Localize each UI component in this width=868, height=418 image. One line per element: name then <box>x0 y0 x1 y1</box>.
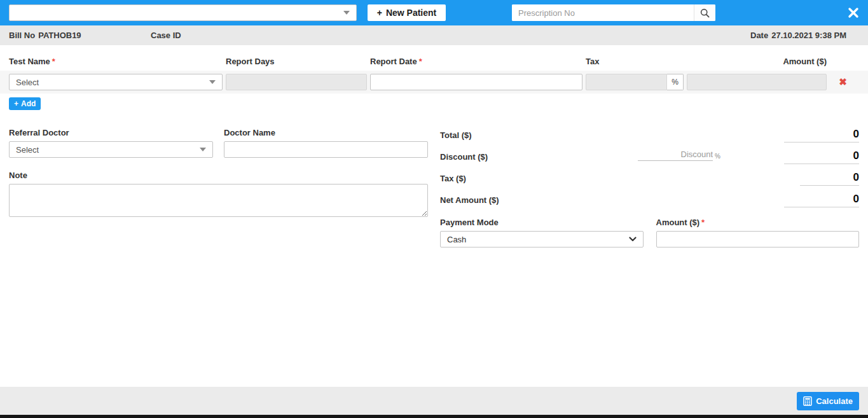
payment-mode-value: Cash <box>447 235 466 244</box>
referral-doctor-label: Referral Doctor <box>9 128 213 137</box>
report-days-input <box>226 74 367 90</box>
patient-select[interactable] <box>9 4 357 21</box>
bill-no-value: PATHOB19 <box>38 31 81 40</box>
case-id: Case ID <box>151 31 184 40</box>
bill-date: Date 27.10.2021 9:38 PM <box>750 31 846 40</box>
discount-value: 0 <box>784 150 859 164</box>
payment-amount-input[interactable] <box>656 231 860 247</box>
net-amount-value: 0 <box>784 193 859 207</box>
payment-amount-label: Amount ($)* <box>656 218 860 227</box>
net-amount-label: Net Amount ($) <box>440 193 499 205</box>
chevron-down-icon <box>629 237 637 242</box>
totals-panel: Total ($) 0 Discount ($) % 0 Tax ($) 0 N… <box>440 128 859 247</box>
doctor-name-label: Doctor Name <box>224 128 428 137</box>
test-labels-row: Test Name* Report Days Report Date* Tax … <box>0 57 868 66</box>
search-icon <box>700 8 710 18</box>
date-label: Date <box>750 31 768 40</box>
net-amount-row: Net Amount ($) 0 <box>440 193 859 207</box>
prescription-search-button[interactable] <box>694 4 715 21</box>
referral-doctor-select[interactable]: Select <box>9 141 213 158</box>
chevron-down-icon <box>343 11 350 15</box>
left-form: Referral Doctor Select Doctor Name Note <box>9 128 428 247</box>
chevron-down-icon <box>200 148 206 151</box>
total-label: Total ($) <box>440 128 472 140</box>
required-asterisk: * <box>419 57 422 66</box>
case-id-label: Case ID <box>151 31 181 40</box>
test-name-select[interactable]: Select <box>9 74 223 90</box>
tax-label: Tax <box>586 57 684 66</box>
tax-total-row: Tax ($) 0 <box>440 171 859 186</box>
tax-percent-suffix: % <box>667 74 684 90</box>
note-textarea[interactable] <box>9 184 428 217</box>
discount-row: Discount ($) % 0 <box>440 150 859 164</box>
tax-input-group: % <box>586 74 684 90</box>
amount-label: Amount ($) <box>687 57 827 66</box>
add-button-label: Add <box>21 99 36 108</box>
referral-doctor-select-value: Select <box>16 145 39 155</box>
tax-total-value: 0 <box>800 171 859 186</box>
test-name-label: Test Name* <box>9 57 223 66</box>
plus-icon: + <box>14 99 18 108</box>
calculate-button[interactable]: Calculate <box>797 392 859 410</box>
note-label: Note <box>9 171 428 180</box>
add-test-button[interactable]: + Add <box>9 97 41 110</box>
close-button[interactable] <box>846 6 860 20</box>
calculator-icon <box>803 396 812 406</box>
date-value: 27.10.2021 9:38 PM <box>771 31 846 40</box>
calculate-label: Calculate <box>816 396 853 406</box>
test-name-select-value: Select <box>16 78 39 87</box>
plus-icon: + <box>377 8 382 18</box>
lower-section: Referral Doctor Select Doctor Name Note <box>0 128 868 247</box>
bill-no: Bill No PATHOB19 <box>9 31 81 40</box>
amount-input <box>687 74 827 90</box>
total-value: 0 <box>784 128 859 143</box>
tax-input <box>586 74 667 90</box>
report-date-label: Report Date* <box>370 57 582 66</box>
discount-percent-suffix: % <box>715 153 720 161</box>
delete-row-icon[interactable]: ✖ <box>839 74 847 90</box>
payment-row: Payment Mode Cash Amount ($)* <box>440 218 859 247</box>
new-patient-button[interactable]: + New Patient <box>368 4 446 21</box>
payment-mode-select[interactable]: Cash <box>440 231 644 247</box>
total-row: Total ($) 0 <box>440 128 859 143</box>
doctor-name-input[interactable] <box>224 141 428 158</box>
footer-bar: Calculate <box>0 387 868 415</box>
main-content: Test Name* Report Days Report Date* Tax … <box>0 45 868 387</box>
bill-info-bar: Bill No PATHOB19 Case ID Date 27.10.2021… <box>0 25 868 45</box>
topbar: + New Patient <box>0 0 868 25</box>
payment-mode-label: Payment Mode <box>440 218 644 227</box>
prescription-search-group <box>512 4 715 21</box>
bill-no-label: Bill No <box>9 31 35 40</box>
close-icon <box>848 7 859 18</box>
report-days-label: Report Days <box>226 57 367 66</box>
bottom-edge-strip <box>0 415 868 418</box>
chevron-down-icon <box>209 80 216 84</box>
prescription-no-input[interactable] <box>512 4 694 21</box>
test-row: Select % ✖ <box>0 71 868 94</box>
discount-label: Discount ($) <box>440 150 488 162</box>
required-asterisk: * <box>52 57 55 66</box>
report-date-input[interactable] <box>370 74 582 90</box>
tax-total-label: Tax ($) <box>440 171 466 183</box>
required-asterisk: * <box>701 218 705 227</box>
discount-percent-input[interactable] <box>638 150 713 161</box>
new-patient-label: New Patient <box>386 8 436 18</box>
